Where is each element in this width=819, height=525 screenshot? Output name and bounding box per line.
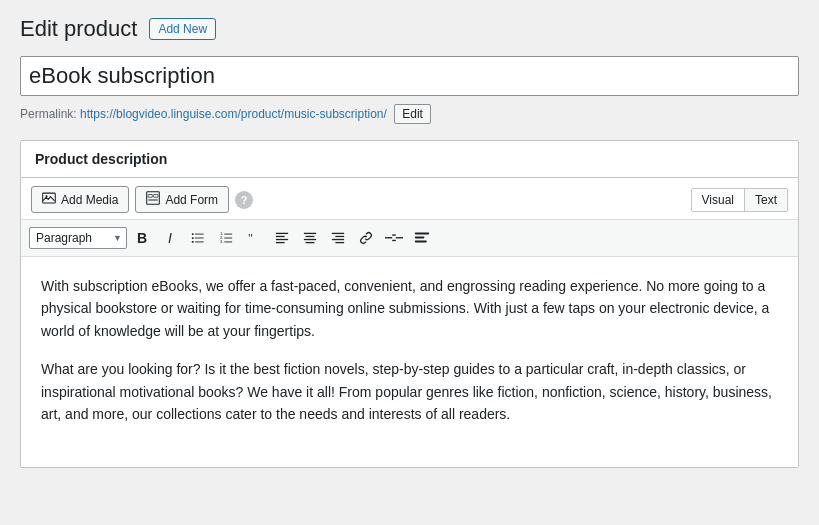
permalink-link[interactable]: https://blogvideo.linguise.com/product/m… [80,107,387,121]
svg-rect-13 [224,234,232,235]
visual-tab[interactable]: Visual [692,189,745,211]
add-form-button[interactable]: Add Form [135,186,229,213]
unordered-list-button[interactable] [185,225,211,251]
toolbar-toggle-button[interactable] [409,225,435,251]
align-right-button[interactable] [325,225,351,251]
svg-rect-8 [192,237,194,239]
format-toolbar: Paragraph Heading 1 Heading 2 Heading 3 … [21,220,798,257]
svg-rect-2 [147,192,160,205]
product-description-metabox: Product description Add Media [20,140,799,468]
svg-rect-11 [195,242,204,243]
italic-button[interactable]: I [157,225,183,251]
ordered-list-button[interactable]: 1.2.3. [213,225,239,251]
visual-text-tabs: Visual Text [691,188,788,212]
permalink-row: Permalink: https://blogvideo.linguise.co… [20,104,799,124]
svg-rect-4 [154,195,158,198]
svg-text:": " [248,231,253,245]
svg-rect-17 [224,242,232,243]
bold-button[interactable]: B [129,225,155,251]
permalink-edit-button[interactable]: Edit [394,104,431,124]
align-left-button[interactable] [269,225,295,251]
svg-rect-6 [192,233,194,235]
svg-rect-27 [332,233,344,234]
svg-rect-20 [276,236,285,237]
svg-rect-35 [415,232,429,234]
insert-readmore-button[interactable] [381,225,407,251]
svg-rect-37 [415,240,427,242]
svg-text:3.: 3. [220,239,224,244]
svg-rect-15 [224,238,232,239]
align-center-button[interactable] [297,225,323,251]
svg-rect-25 [304,239,316,240]
svg-rect-5 [148,199,158,200]
editor-content[interactable]: With subscription eBooks, we offer a fas… [21,257,798,467]
form-icon [146,191,160,208]
permalink-label: Permalink: [20,107,77,121]
text-tab[interactable]: Text [745,189,787,211]
add-form-label: Add Form [165,193,218,207]
editor-top-left: Add Media Add Form ? [31,186,253,213]
svg-rect-22 [276,242,285,243]
add-new-button[interactable]: Add New [149,18,216,40]
svg-rect-29 [332,239,344,240]
paragraph-select-wrapper[interactable]: Paragraph Heading 1 Heading 2 Heading 3 … [29,227,127,249]
svg-rect-3 [148,195,152,198]
svg-rect-19 [276,233,288,234]
svg-rect-21 [276,239,288,240]
add-media-button[interactable]: Add Media [31,186,129,213]
svg-rect-23 [304,233,316,234]
page-title: Edit product [20,16,137,42]
editor-top-bar: Add Media Add Form ? Visual Text [21,178,798,220]
svg-rect-28 [335,236,344,237]
svg-rect-36 [415,236,425,238]
add-media-label: Add Media [61,193,118,207]
svg-rect-32 [396,237,403,238]
blockquote-button[interactable]: " [241,225,267,251]
svg-rect-9 [195,238,204,239]
paragraph-select[interactable]: Paragraph Heading 1 Heading 2 Heading 3 … [29,227,127,249]
content-paragraph-2: What are you looking for? Is it the best… [41,358,778,425]
svg-rect-26 [306,242,315,243]
svg-rect-24 [306,236,315,237]
link-button[interactable] [353,225,379,251]
svg-rect-31 [385,237,392,238]
content-paragraph-1: With subscription eBooks, we offer a fas… [41,275,778,342]
svg-rect-30 [335,242,344,243]
svg-rect-7 [195,234,204,235]
svg-rect-34 [392,240,396,241]
media-icon [42,191,56,208]
svg-rect-33 [392,234,396,235]
svg-rect-10 [192,241,194,243]
page-header: Edit product Add New [20,16,799,42]
help-icon[interactable]: ? [235,191,253,209]
product-name-input[interactable] [20,56,799,96]
metabox-title: Product description [21,141,798,178]
